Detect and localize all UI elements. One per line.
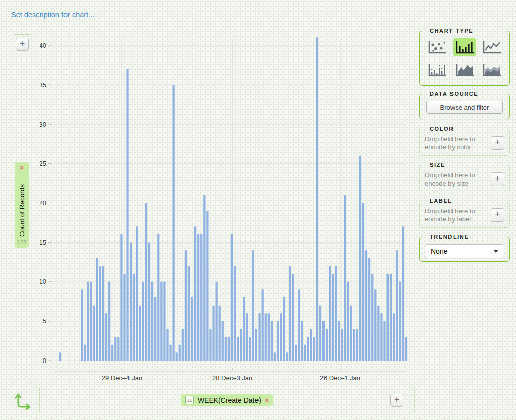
bar[interactable] xyxy=(200,234,202,361)
bar[interactable] xyxy=(255,329,257,361)
bar[interactable] xyxy=(377,306,379,361)
chart-type-option-histogram[interactable] xyxy=(426,60,449,79)
remove-field-icon[interactable]: × xyxy=(20,164,24,171)
bar[interactable] xyxy=(335,266,337,361)
remove-field-icon[interactable]: × xyxy=(265,396,269,404)
bar[interactable] xyxy=(326,329,328,361)
chart-type-option-line[interactable] xyxy=(480,38,503,56)
bar[interactable] xyxy=(231,234,233,361)
color-add-field-button[interactable]: + xyxy=(491,136,504,150)
bar[interactable] xyxy=(157,234,159,361)
bar[interactable] xyxy=(216,282,218,361)
bar[interactable] xyxy=(151,282,153,361)
bar[interactable] xyxy=(87,282,89,361)
bar[interactable] xyxy=(265,313,267,361)
chart-type-option-scatter[interactable] xyxy=(426,38,449,56)
bar[interactable] xyxy=(188,266,190,361)
bar[interactable] xyxy=(243,297,245,361)
bar[interactable] xyxy=(402,226,404,361)
bar[interactable] xyxy=(365,250,367,361)
bar[interactable] xyxy=(304,345,306,361)
bar[interactable] xyxy=(319,306,321,361)
bar[interactable] xyxy=(130,243,132,361)
bar[interactable] xyxy=(289,266,291,361)
bar[interactable] xyxy=(344,195,346,361)
browse-and-filter-button[interactable]: Browse and filter xyxy=(426,101,503,114)
bar[interactable] xyxy=(90,282,92,361)
bar[interactable] xyxy=(84,345,86,361)
bar[interactable] xyxy=(133,274,135,361)
chart-type-option-stacked-area[interactable] xyxy=(480,60,503,79)
bar[interactable] xyxy=(347,282,349,361)
bar[interactable] xyxy=(59,352,61,361)
color-encode-section[interactable]: COLOR Drop field here to encode by color… xyxy=(419,126,510,156)
bar[interactable] xyxy=(313,337,315,361)
bar[interactable] xyxy=(240,329,242,361)
x-axis-add-field-button[interactable]: + xyxy=(390,394,403,407)
bar[interactable] xyxy=(123,274,125,361)
bar[interactable] xyxy=(393,313,395,361)
bar[interactable] xyxy=(341,329,343,361)
bar[interactable] xyxy=(301,321,303,361)
bar[interactable] xyxy=(120,234,122,361)
bar[interactable] xyxy=(154,297,156,361)
bar[interactable] xyxy=(399,282,401,361)
bar[interactable] xyxy=(182,329,184,361)
bar[interactable] xyxy=(102,266,104,361)
trendline-select[interactable]: None xyxy=(425,244,504,258)
bar[interactable] xyxy=(280,313,282,361)
bar[interactable] xyxy=(374,289,376,361)
bar[interactable] xyxy=(292,274,294,361)
bar[interactable] xyxy=(283,297,285,361)
bar[interactable] xyxy=(117,337,119,361)
bar[interactable] xyxy=(234,266,236,361)
bar[interactable] xyxy=(268,313,270,361)
bar[interactable] xyxy=(176,352,178,361)
bar[interactable] xyxy=(262,289,264,361)
bar[interactable] xyxy=(93,306,95,361)
bar[interactable] xyxy=(386,274,389,361)
bar[interactable] xyxy=(252,250,254,361)
bar[interactable] xyxy=(380,313,382,361)
bar[interactable] xyxy=(225,337,227,361)
bar[interactable] xyxy=(185,250,187,361)
bar[interactable] xyxy=(228,337,230,361)
y-axis-field-pill[interactable]: × Count of Records 123 xyxy=(15,162,29,248)
x-axis-drop-zone[interactable]: 31 WEEK(Create Date) × + xyxy=(39,387,415,413)
bar[interactable] xyxy=(356,329,358,361)
bar[interactable] xyxy=(350,306,352,361)
y-axis-drop-zone[interactable]: + × Count of Records 123 xyxy=(13,34,31,383)
bar[interactable] xyxy=(191,297,193,361)
bar[interactable] xyxy=(114,337,116,361)
bar[interactable] xyxy=(298,289,300,361)
bar[interactable] xyxy=(209,329,211,361)
bar[interactable] xyxy=(277,321,279,361)
bar[interactable] xyxy=(96,258,98,361)
bar[interactable] xyxy=(271,321,273,361)
bar[interactable] xyxy=(362,203,364,361)
bar[interactable] xyxy=(237,337,239,361)
bar[interactable] xyxy=(197,234,199,361)
bar[interactable] xyxy=(259,313,261,361)
swap-axes-icon[interactable] xyxy=(13,392,30,413)
bar[interactable] xyxy=(105,313,107,361)
x-axis-field-pill[interactable]: 31 WEEK(Create Date) × xyxy=(181,394,273,406)
size-encode-section[interactable]: SIZE Drop field here to encode by size + xyxy=(419,162,510,192)
bar[interactable] xyxy=(396,250,398,361)
bar[interactable] xyxy=(249,337,251,361)
bar[interactable] xyxy=(206,211,208,361)
bar[interactable] xyxy=(359,156,361,361)
bar[interactable] xyxy=(166,329,168,361)
bar[interactable] xyxy=(99,266,101,361)
bar[interactable] xyxy=(169,345,171,361)
bar[interactable] xyxy=(405,337,407,361)
bar[interactable] xyxy=(316,37,318,361)
bar[interactable] xyxy=(203,195,205,361)
bar[interactable] xyxy=(179,345,181,361)
bar[interactable] xyxy=(173,85,175,361)
bar[interactable] xyxy=(136,226,138,361)
bar[interactable] xyxy=(145,203,147,361)
chart-type-option-area[interactable] xyxy=(453,60,476,79)
bar[interactable] xyxy=(310,329,312,361)
bar[interactable] xyxy=(322,321,325,361)
